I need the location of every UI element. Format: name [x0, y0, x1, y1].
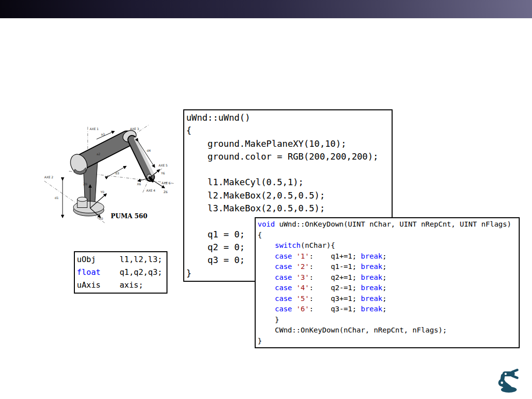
figure-label: d1: [55, 196, 59, 200]
code-line: {: [258, 230, 517, 241]
figure-label: AXE 1: [90, 127, 99, 131]
robot-base-cylinder-top: [77, 197, 87, 201]
code-line: case '5': q3+=1; break;: [258, 294, 517, 304]
figure-label: AXE 5: [159, 164, 167, 167]
figure-label: AXE 4: [146, 189, 155, 192]
figure-label: d4: [147, 149, 151, 152]
figure-label: Y0: [100, 190, 104, 194]
code-line: case '1': q1+=1; break;: [258, 251, 517, 262]
code-line: uObj l1,l2,l3;: [77, 253, 165, 266]
code-line: ground.color = RGB(200,200,200);: [186, 150, 390, 163]
code-line: CWnd::OnKeyDown(nChar, nRepCnt, nFlags);: [258, 325, 517, 336]
figure-label: Y6: [161, 171, 165, 175]
code-line: ground.MakePlaneXY(10,10);: [186, 137, 390, 150]
code-line: l2.MakeBox(2,0.5,0.5);: [186, 189, 390, 202]
code-line: case '6': q3-=1; break;: [258, 304, 517, 315]
figure-label: AXE 3: [130, 127, 139, 131]
code-line: case '4': q2-=1; break;: [258, 283, 517, 294]
figure-label: AXE 6: [162, 181, 170, 185]
code-line: uWnd::uWnd(): [186, 111, 390, 124]
code-line: case '3': q2+=1; break;: [258, 272, 517, 283]
declarations-box: uObj l1,l2,l3;float q1,q2,q3;uAxis axis;: [74, 251, 167, 294]
figure-label: Z0: [83, 182, 87, 186]
figure-label: a2: [97, 152, 100, 156]
code-line: void uWnd::OnKeyDown(UINT nChar, UINT nR…: [258, 219, 517, 230]
code-box-onkeydown: void uWnd::OnKeyDown(UINT nChar, UINT nR…: [255, 217, 520, 348]
robot-forearm: [132, 140, 150, 177]
code-line: [186, 163, 390, 176]
figure-caption: PUMA 560: [111, 212, 148, 220]
puma-figure-svg: PUMA 560 AXE 1a3AXE 3a2d3d4AXE 5Y6X6AXE …: [34, 120, 177, 223]
code-line: }: [258, 315, 517, 326]
code-line: l1.MakeCyl(0.5,1);: [186, 176, 390, 189]
figure-label: Z6: [164, 190, 167, 194]
robot-upper-arm: [83, 139, 127, 162]
code-line: }: [258, 336, 517, 347]
puma-560-figure: PUMA 560 AXE 1a3AXE 3a2d3d4AXE 5Y6X6AXE …: [34, 120, 177, 223]
code-line: switch(nChar){: [258, 240, 517, 251]
code-line: l3.MakeBox(2,0.5,0.5);: [186, 202, 390, 215]
robot-arm-logo: [494, 367, 521, 393]
code-line: case '2': q1-=1; break;: [258, 262, 517, 272]
figure-label: a3: [101, 133, 105, 136]
figure-label: d3: [115, 171, 119, 175]
figure-label: AXE 2: [44, 175, 53, 179]
figure-label: X6: [137, 182, 141, 186]
robot-arm-logo-icon: [494, 367, 521, 393]
code-line: uAxis axis;: [77, 279, 165, 292]
slide-header-bar: [0, 0, 532, 18]
figure-label: X0: [99, 217, 103, 220]
code-line: float q1,q2,q3;: [77, 266, 165, 279]
code-line: {: [186, 124, 390, 137]
